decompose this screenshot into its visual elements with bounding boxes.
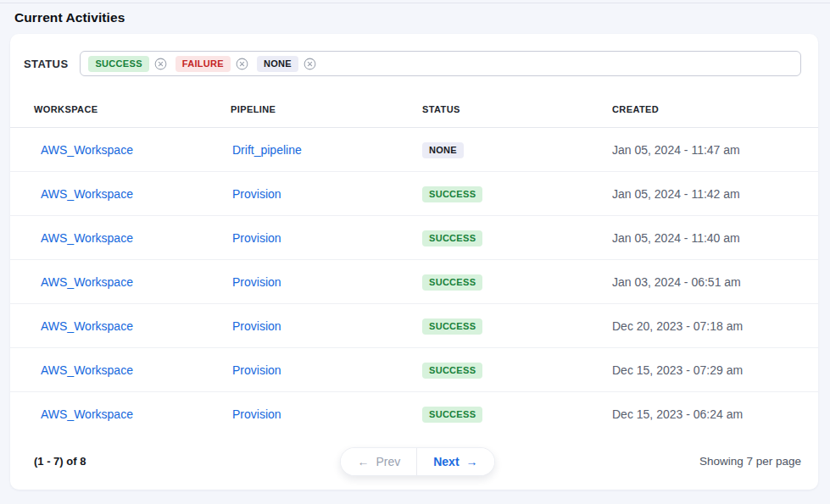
chip-remove-icon[interactable] <box>154 58 167 70</box>
next-button[interactable]: Next → <box>417 448 493 475</box>
activities-card: STATUS SUCCESS FAILURE NONE <box>10 34 818 490</box>
created-text: Jan 05, 2024 - 11:42 am <box>612 187 801 201</box>
created-text: Dec 15, 2023 - 06:24 am <box>612 407 801 421</box>
workspace-link[interactable]: AWS_Workspace <box>41 363 133 377</box>
top-divider <box>0 3 830 3</box>
status-badge: SUCCESS <box>422 230 482 246</box>
column-header-workspace: WORKSPACE <box>34 104 231 114</box>
pager: ← Prev Next → <box>340 447 494 476</box>
status-filter-chip-group: SUCCESS <box>88 56 166 72</box>
status-chip: NONE <box>257 56 298 72</box>
table-row: AWS_Workspace Provision SUCCESS Jan 05, … <box>10 216 818 260</box>
status-badge: SUCCESS <box>422 407 482 423</box>
arrow-right-icon: → <box>466 455 478 468</box>
table-row: AWS_Workspace Provision SUCCESS Jan 05, … <box>10 172 818 216</box>
status-chip: SUCCESS <box>88 56 148 72</box>
status-badge: SUCCESS <box>422 274 482 291</box>
status-filter-input[interactable]: SUCCESS FAILURE NONE <box>80 51 801 76</box>
created-text: Dec 15, 2023 - 07:29 am <box>612 363 801 377</box>
status-filter-row: STATUS SUCCESS FAILURE NONE <box>10 34 818 76</box>
status-badge: SUCCESS <box>422 186 482 202</box>
column-header-status: STATUS <box>422 104 612 114</box>
status-chip: FAILURE <box>175 56 231 72</box>
table-body: AWS_Workspace Drift_pipeline NONE Jan 05… <box>10 128 818 436</box>
status-badge: SUCCESS <box>422 318 482 335</box>
pagination-range: (1 - 7) of 8 <box>34 455 340 468</box>
arrow-left-icon: ← <box>357 455 369 468</box>
table-row: AWS_Workspace Provision SUCCESS Jan 03, … <box>10 260 818 304</box>
pipeline-link[interactable]: Drift_pipeline <box>232 143 302 157</box>
table-row: AWS_Workspace Provision SUCCESS Dec 15, … <box>10 348 818 392</box>
created-text: Jan 03, 2024 - 06:51 am <box>612 275 801 289</box>
per-page-text: Showing 7 per page <box>495 455 801 468</box>
pipeline-link[interactable]: Provision <box>232 363 281 377</box>
pipeline-link[interactable]: Provision <box>232 187 281 201</box>
table-row: AWS_Workspace Drift_pipeline NONE Jan 05… <box>10 128 818 172</box>
column-header-pipeline: PIPELINE <box>231 104 422 114</box>
status-filter-chip-group: NONE <box>257 56 316 72</box>
workspace-link[interactable]: AWS_Workspace <box>41 187 133 201</box>
chip-remove-icon[interactable] <box>236 58 248 70</box>
pipeline-link[interactable]: Provision <box>232 319 281 333</box>
next-button-label: Next <box>433 455 459 468</box>
status-badge: SUCCESS <box>422 363 482 379</box>
status-filter-label: STATUS <box>24 58 68 70</box>
table-row: AWS_Workspace Provision SUCCESS Dec 20, … <box>10 304 818 348</box>
workspace-link[interactable]: AWS_Workspace <box>41 319 133 333</box>
prev-button[interactable]: ← Prev <box>341 448 417 475</box>
pipeline-link[interactable]: Provision <box>232 231 281 245</box>
prev-button-label: Prev <box>376 455 400 468</box>
workspace-link[interactable]: AWS_Workspace <box>41 143 133 157</box>
page-title: Current Activities <box>14 10 125 25</box>
workspace-link[interactable]: AWS_Workspace <box>41 275 133 289</box>
table-footer: (1 - 7) of 8 ← Prev Next → Showing 7 per… <box>10 436 818 490</box>
pipeline-link[interactable]: Provision <box>232 407 281 421</box>
created-text: Jan 05, 2024 - 11:40 am <box>612 231 801 245</box>
pipeline-link[interactable]: Provision <box>232 275 281 289</box>
workspace-link[interactable]: AWS_Workspace <box>41 231 133 245</box>
column-header-created: CREATED <box>612 104 801 114</box>
created-text: Dec 20, 2023 - 07:18 am <box>612 319 801 333</box>
table-header-row: WORKSPACE PIPELINE STATUS CREATED <box>10 76 818 128</box>
created-text: Jan 05, 2024 - 11:47 am <box>612 143 801 157</box>
table-row: AWS_Workspace Provision SUCCESS Dec 15, … <box>10 392 818 436</box>
chip-remove-icon[interactable] <box>304 58 316 70</box>
status-filter-chip-group: FAILURE <box>175 56 248 72</box>
workspace-link[interactable]: AWS_Workspace <box>41 407 133 421</box>
status-badge: NONE <box>422 142 464 158</box>
